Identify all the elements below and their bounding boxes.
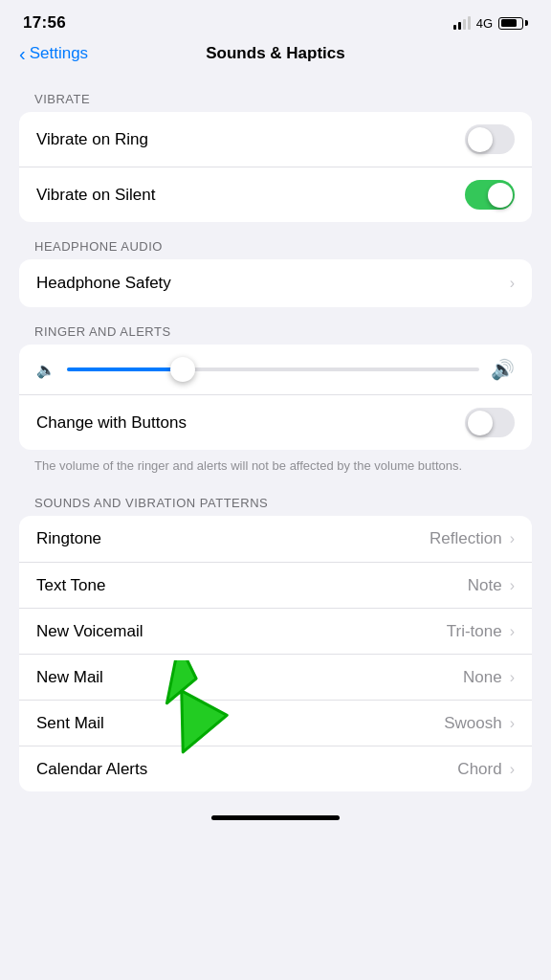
volume-low-icon: 🔈 [36,361,55,379]
ringer-footer-note: The volume of the ringer and alerts will… [0,450,551,479]
change-with-buttons-label: Change with Buttons [36,413,187,433]
headphone-card: Headphone Safety › [19,259,532,307]
sent-mail-label: Sent Mail [36,714,104,733]
ringtone-chevron-icon: › [510,530,515,547]
new-mail-value: None [463,668,502,687]
ringtone-value: Reflection [430,529,502,548]
sounds-section: SOUNDS AND VIBRATION PATTERNS Ringtone R… [0,479,551,791]
new-mail-row[interactable]: New Mail None › [19,654,532,700]
vibrate-silent-row: Vibrate on Silent [19,167,532,222]
new-mail-label: New Mail [36,668,103,687]
status-icons: 4G [453,16,528,31]
status-bar: 17:56 4G [0,0,551,40]
volume-high-icon: 🔊 [491,358,515,381]
sounds-section-label: SOUNDS AND VIBRATION PATTERNS [0,479,551,516]
volume-slider[interactable] [67,368,479,371]
network-label: 4G [476,16,493,31]
battery-icon [498,17,528,30]
new-voicemail-label: New Voicemail [36,622,143,641]
ringtone-label: Ringtone [36,529,101,548]
new-mail-chevron-icon: › [510,669,515,686]
text-tone-value: Note [468,576,502,595]
headphone-section-label: HEADPHONE AUDIO [0,222,551,259]
change-with-buttons-toggle[interactable] [465,408,515,437]
text-tone-label: Text Tone [36,576,105,595]
vibrate-section: VIBRATE Vibrate on Ring Vibrate on Silen… [0,75,551,222]
vibrate-card: Vibrate on Ring Vibrate on Silent [19,112,532,222]
nav-header: ‹ Settings Sounds & Haptics [0,40,551,75]
sounds-card: Ringtone Reflection › Text Tone Note › N… [19,516,532,791]
ringer-section-label: RINGER AND ALERTS [0,307,551,345]
vibrate-silent-label: Vibrate on Silent [36,186,155,205]
calendar-alerts-value: Chord [457,760,501,779]
sent-mail-row[interactable]: Sent Mail Swoosh › [19,700,532,746]
new-voicemail-chevron-icon: › [510,623,515,640]
vibrate-section-label: VIBRATE [0,75,551,112]
calendar-alerts-row[interactable]: Calendar Alerts Chord › [19,746,532,791]
volume-slider-row: 🔈 🔊 [19,345,532,394]
signal-icon [453,16,471,30]
vibrate-ring-label: Vibrate on Ring [36,130,148,149]
text-tone-chevron-icon: › [510,577,515,594]
ringer-card: 🔈 🔊 Change with Buttons [19,345,532,450]
ringtone-row[interactable]: Ringtone Reflection › [19,516,532,562]
headphone-section: HEADPHONE AUDIO Headphone Safety › [0,222,551,307]
new-voicemail-row[interactable]: New Voicemail Tri-tone › [19,608,532,654]
status-time: 17:56 [23,13,66,33]
text-tone-row[interactable]: Text Tone Note › [19,562,532,608]
headphone-safety-row[interactable]: Headphone Safety › [19,259,532,307]
calendar-alerts-label: Calendar Alerts [36,760,147,779]
vibrate-ring-toggle[interactable] [465,124,515,154]
ringer-section: RINGER AND ALERTS 🔈 🔊 Change with Button… [0,307,551,479]
home-indicator [211,815,340,820]
back-label: Settings [30,44,88,63]
sent-mail-value: Swoosh [444,714,501,733]
change-with-buttons-row: Change with Buttons [19,394,532,450]
back-button[interactable]: ‹ Settings [19,44,88,63]
new-voicemail-value: Tri-tone [447,622,502,641]
vibrate-ring-row: Vibrate on Ring [19,112,532,167]
headphone-safety-label: Headphone Safety [36,274,171,293]
sent-mail-chevron-icon: › [510,715,515,732]
vibrate-silent-toggle[interactable] [465,180,515,210]
calendar-alerts-chevron-icon: › [510,761,515,778]
page-title: Sounds & Haptics [206,44,344,63]
back-chevron-icon: ‹ [19,44,26,63]
headphone-safety-chevron-icon: › [510,275,515,292]
